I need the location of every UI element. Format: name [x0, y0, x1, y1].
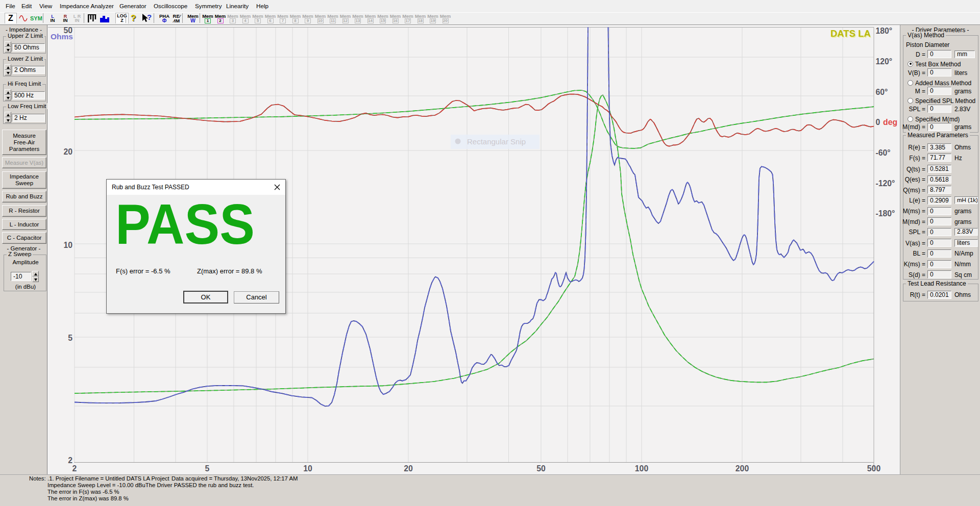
svg-text:10: 10 [63, 241, 72, 249]
svg-text:-60°: -60° [876, 148, 891, 157]
svg-text:100: 100 [635, 464, 649, 473]
svg-text:60°: 60° [876, 88, 888, 96]
svg-text:0: 0 [876, 118, 880, 127]
svg-text:120°: 120° [876, 57, 893, 66]
svg-text:PASS: PASS [115, 204, 255, 247]
svg-text:5: 5 [205, 464, 210, 473]
svg-text:5: 5 [68, 334, 72, 342]
svg-text:?: ? [147, 13, 152, 21]
svg-text:20: 20 [404, 464, 413, 473]
svg-text:2: 2 [68, 456, 72, 465]
svg-text:500: 500 [867, 464, 881, 473]
svg-text:Ohms: Ohms [51, 32, 73, 41]
svg-text:-120°: -120° [876, 179, 895, 188]
svg-text:20: 20 [63, 147, 72, 156]
svg-text:200: 200 [736, 464, 749, 473]
svg-text:Rectangular Snip: Rectangular Snip [467, 137, 526, 146]
svg-text:2: 2 [72, 464, 77, 473]
svg-text:10: 10 [303, 464, 312, 473]
svg-text:-180°: -180° [876, 209, 895, 218]
svg-text:DATS LA: DATS LA [830, 28, 871, 39]
svg-text:50: 50 [536, 464, 546, 473]
svg-text:180°: 180° [876, 27, 893, 35]
